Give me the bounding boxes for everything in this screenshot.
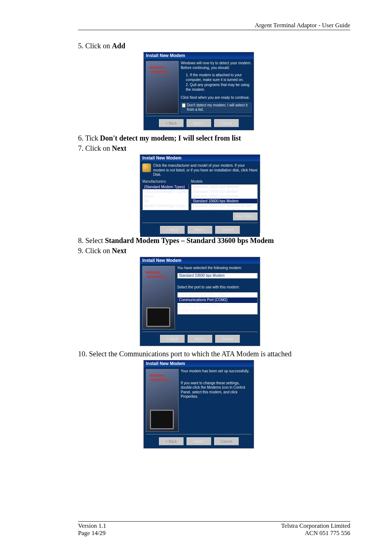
dlg1-back-button: < Back [159, 119, 184, 127]
dlg1-cancel-button[interactable]: Cancel [214, 119, 239, 127]
step-7: 7. Click on Next [78, 143, 350, 153]
dlg4-title: Install New Modem [144, 360, 254, 367]
step-7-prefix: 7. Click on [78, 144, 112, 152]
dlg1-title: Install New Modem [144, 52, 254, 59]
dlg1-next-button[interactable]: Next > [187, 119, 211, 127]
list-item[interactable]: Communications Port (COM2) [177, 297, 257, 303]
step-5-prefix: 5. Click on [78, 42, 112, 50]
list-item[interactable]: 3X [143, 199, 188, 203]
footer-acn: ACN 051 775 556 [281, 530, 351, 537]
list-item[interactable]: 3Com [143, 194, 188, 199]
selected-modem-field: Standard 33600 bps Modem [177, 273, 258, 279]
checkbox-icon: ✓ [182, 103, 185, 108]
step-9-prefix: 9. Click on [78, 247, 112, 255]
step-6-bold: Don't detect my modem; I will select fro… [100, 134, 241, 142]
list-item[interactable]: Communications Port (COM1) [177, 292, 257, 298]
dlg3-line2: Select the port to use with this modem: [177, 285, 258, 290]
dlg2-back-button[interactable]: < Back [160, 226, 185, 234]
wizard-side-image [146, 369, 179, 432]
dlg2-title: Install New Modem [140, 155, 260, 161]
dlg2-next-button[interactable]: Next > [188, 226, 212, 234]
dlg4-finish-button[interactable]: Finish [187, 437, 211, 445]
modem-icon [142, 163, 151, 172]
main-content: 5. Click on Add Install New Modem Window… [78, 40, 350, 521]
manufacturers-label: Manufacturers: [142, 179, 189, 183]
ports-list[interactable]: Communications Port (COM1) Communication… [177, 292, 258, 315]
dlg3-back-button[interactable]: < Back [160, 335, 185, 343]
dlg1-li1: 1. If the modem is attached to your comp… [186, 73, 252, 82]
wizard-side-image [146, 61, 179, 114]
step-8-bold: Standard Modem Types – Standard 33600 bp… [105, 236, 274, 244]
dlg4-body: Your modem has been set up successfully.… [144, 367, 254, 448]
dlg3-body: You have selected the following modem: S… [140, 264, 260, 346]
monitor-icon [150, 410, 174, 429]
monitor-icon [146, 307, 170, 327]
header-title: Argent Terminal Adaptor - User Guide [78, 22, 350, 30]
dlg2-body: Click the manufacturer and model of your… [140, 161, 260, 237]
dlg3-next-button[interactable]: Next > [188, 335, 212, 343]
have-disk-button[interactable]: Have Disk... [233, 212, 258, 220]
list-item[interactable]: (Standard Modem Types) [143, 185, 188, 189]
dlg4-line2: If you want to change these settings, do… [181, 381, 252, 399]
dlg1-body: Windows will now try to detect your mode… [144, 59, 254, 130]
step-9-bold: Next [112, 247, 126, 255]
list-item[interactable]: (VoiceView Modem Types) [143, 189, 188, 194]
list-item[interactable]: Printer Port (LPT1) [177, 308, 257, 313]
dlg3-cancel-button[interactable]: Cancel [215, 335, 240, 343]
dlg4-line1: Your modem has been set up successfully. [181, 369, 252, 374]
footer: Version 1.1 Page 14/29 Telstra Corporati… [78, 521, 350, 537]
step-7-bold: Next [112, 144, 126, 152]
dlg1-cont: Click Next when you are ready to continu… [181, 96, 252, 100]
step-8-prefix: 8. Select [78, 236, 105, 244]
dlg4-cancel-button: Cancel [214, 437, 239, 445]
list-item[interactable]: Acctex Technology Corpo [143, 203, 188, 208]
list-item[interactable]: ECP Printer Port (LPT1) [177, 303, 257, 308]
dlg3-title: Install New Modem [140, 257, 260, 264]
dlg1-intro: Windows will now try to detect your mode… [181, 61, 252, 70]
step-5-bold: Add [112, 42, 125, 50]
step-5: 5. Click on Add [78, 41, 350, 50]
step-6: 6. Tick Don't detect my modem; I will se… [78, 133, 350, 143]
step-6-prefix: 6. Tick [78, 134, 100, 142]
step-9: 9. Click on Next [78, 246, 350, 255]
step-10: 10. Select the Communications port to wh… [78, 349, 350, 358]
list-item[interactable]: Standard 19200 bps Modem [191, 189, 257, 194]
manufacturers-list[interactable]: (Standard Modem Types) (VoiceView Modem … [142, 184, 189, 210]
list-item[interactable]: Standard 33600 bps Modem [191, 199, 257, 203]
list-item[interactable]: Standard 56000 bps V2 Modem [191, 208, 257, 210]
dlg4-back-button: < Back [159, 437, 184, 445]
footer-company: Telstra Corporation Limited [281, 522, 351, 530]
footer-version: Version 1.1 [78, 522, 106, 530]
dlg1-li2: 2. Quit any programs that may be using t… [186, 83, 252, 92]
dont-detect-label: Don't detect my modem; I will select it … [187, 103, 250, 112]
wizard-side-image [142, 266, 175, 329]
models-label: Models [191, 179, 258, 183]
list-item[interactable]: Standard 14400 bps Modem [191, 185, 257, 189]
dont-detect-checkbox[interactable]: ✓ Don't detect my modem; I will select i… [181, 102, 252, 113]
models-list[interactable]: Standard 14400 bps Modem Standard 19200 … [191, 184, 258, 210]
footer-page: Page 14/29 [78, 530, 106, 537]
step-8: 8. Select Standard Modem Types – Standar… [78, 236, 350, 245]
dlg3-line1: You have selected the following modem: [177, 266, 258, 271]
list-item[interactable]: Standard 28800 bps Modem [191, 194, 257, 199]
list-item[interactable]: Standard 56000 bps K56Flex Modem [191, 203, 257, 208]
dlg2-intro: Click the manufacturer and model of your… [153, 163, 258, 177]
dlg2-cancel-button[interactable]: Cancel [215, 226, 240, 234]
